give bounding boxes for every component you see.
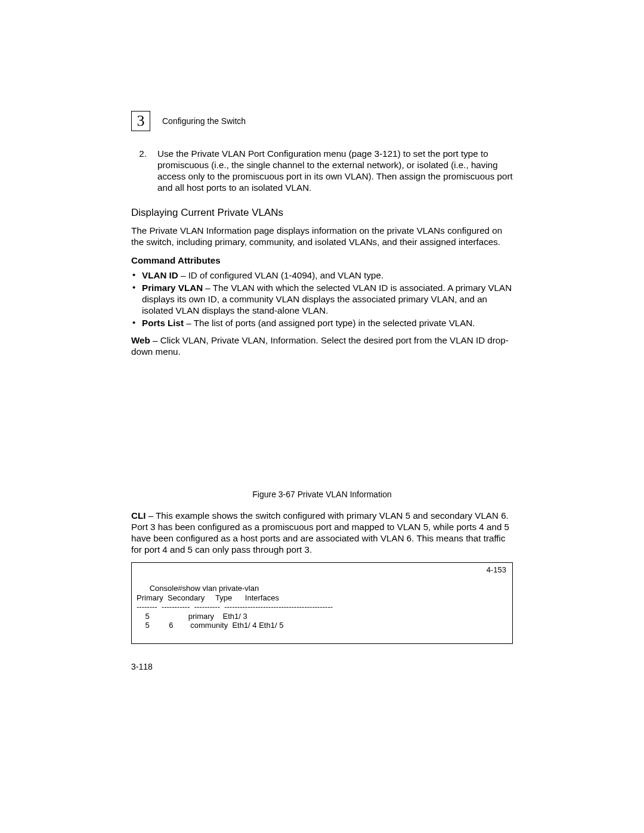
attr-item-vlan-id: VLAN ID – ID of configured VLAN (1-4094)…	[131, 270, 513, 281]
cli-text: – This example shows the switch configur…	[131, 510, 509, 555]
web-label: Web	[131, 335, 150, 345]
section-intro: The Private VLAN Information page displa…	[131, 225, 513, 247]
attr-desc: – The list of ports (and assigned port t…	[184, 318, 475, 328]
attr-term: Primary VLAN	[142, 283, 203, 293]
running-head: Configuring the Switch	[162, 116, 246, 126]
command-attributes-list: VLAN ID – ID of configured VLAN (1-4094)…	[131, 270, 513, 329]
section-title: Displaying Current Private VLANs	[131, 206, 513, 219]
attr-item-primary-vlan: Primary VLAN – The VLAN with which the s…	[131, 282, 513, 316]
cli-output-box: 4-153 Console#show vlan private-vlan Pri…	[131, 562, 513, 644]
page-header: 3 Configuring the Switch	[131, 111, 513, 131]
figure-caption: Figure 3-67 Private VLAN Information	[131, 490, 513, 500]
cli-output-text: Console#show vlan private-vlan Primary S…	[137, 584, 333, 630]
numbered-step-2: 2. Use the Private VLAN Port Configurati…	[131, 148, 513, 193]
chapter-number: 3	[137, 112, 145, 130]
attr-term: Ports List	[142, 318, 184, 328]
page-body: 2. Use the Private VLAN Port Configurati…	[131, 148, 513, 672]
cli-label: CLI	[131, 510, 145, 521]
step-text: Use the Private VLAN Port Configuration …	[157, 148, 513, 193]
web-text: – Click VLAN, Private VLAN, Information.…	[131, 335, 509, 357]
cli-page-ref: 4-153	[487, 565, 506, 575]
web-note: Web – Click VLAN, Private VLAN, Informat…	[131, 335, 513, 357]
command-attributes-heading: Command Attributes	[131, 255, 513, 266]
step-marker: 2.	[131, 148, 147, 193]
page-number: 3-118	[131, 662, 513, 673]
attr-item-ports-list: Ports List – The list of ports (and assi…	[131, 317, 513, 329]
cli-note: CLI – This example shows the switch conf…	[131, 510, 513, 555]
attr-term: VLAN ID	[142, 270, 178, 280]
attr-desc: – ID of configured VLAN (1-4094), and VL…	[178, 270, 383, 280]
chapter-number-box: 3	[131, 111, 150, 131]
page: 3 Configuring the Switch 2. Use the Priv…	[0, 0, 644, 833]
